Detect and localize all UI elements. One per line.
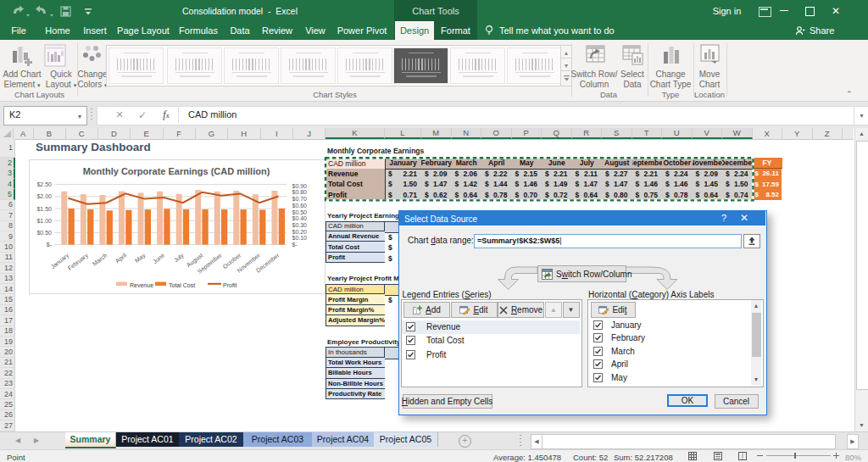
svg-text:$0.60: $0.60 <box>292 203 307 209</box>
svg-text:$0.70: $0.70 <box>292 196 307 202</box>
svg-text:Revenue: Revenue <box>130 282 153 288</box>
svg-text:July: July <box>172 252 185 264</box>
svg-text:$0.50: $0.50 <box>292 209 307 215</box>
svg-text:$2.00: $2.00 <box>36 193 52 199</box>
svg-text:$2.50: $2.50 <box>36 181 52 187</box>
svg-text:March: March <box>91 252 108 267</box>
svg-text:$1.50: $1.50 <box>36 206 52 212</box>
svg-text:$0.40: $0.40 <box>292 215 307 221</box>
svg-text:$-: $- <box>46 242 52 248</box>
svg-text:$0.20: $0.20 <box>292 229 307 235</box>
svg-text:$0.30: $0.30 <box>292 222 307 228</box>
svg-text:June: June <box>151 252 164 264</box>
svg-text:Total Cost: Total Cost <box>169 282 195 288</box>
svg-text:$1.00: $1.00 <box>36 218 52 224</box>
svg-text:$0.10: $0.10 <box>292 235 307 241</box>
svg-text:$0.50: $0.50 <box>36 230 52 236</box>
svg-text:$0.90: $0.90 <box>292 183 307 189</box>
svg-text:February: February <box>66 252 89 272</box>
svg-text:April: April <box>114 252 127 264</box>
svg-text:May: May <box>133 252 147 264</box>
svg-text:Monthly Corporate Earnings (CA: Monthly Corporate Earnings (CAD million) <box>82 166 270 176</box>
svg-text:$0.80: $0.80 <box>292 189 307 195</box>
svg-text:$-: $- <box>292 242 298 248</box>
svg-text:Profit: Profit <box>223 282 236 288</box>
